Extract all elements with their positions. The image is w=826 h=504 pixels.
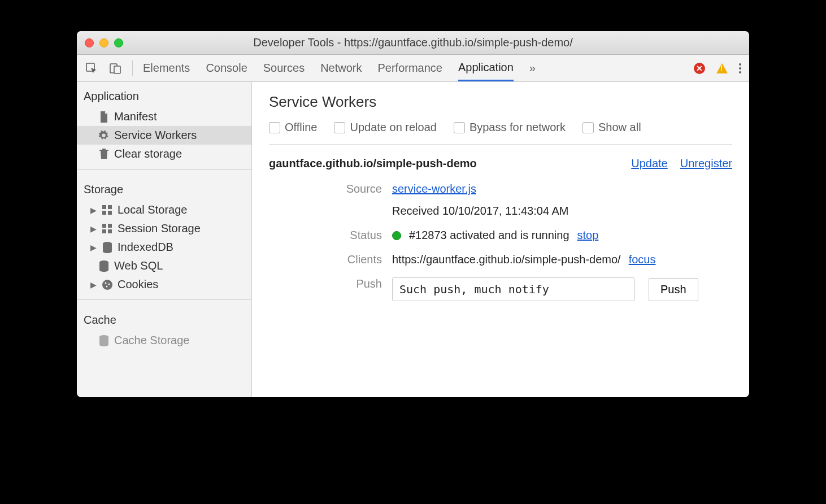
sidebar-group-cache: Cache [77,306,251,331]
svg-rect-3 [102,205,106,209]
svg-rect-5 [102,211,106,215]
sidebar-item-web-sql[interactable]: Web SQL [77,257,251,275]
sw-options-row: Offline Update on reload Bypass for netw… [269,121,732,145]
sidebar-group-application: Application [77,82,251,107]
show-all-checkbox[interactable]: Show all [582,121,641,134]
svg-rect-8 [108,224,112,228]
status-dot-icon [392,231,401,240]
sidebar-separator [77,299,251,300]
sw-scope-row: gauntface.github.io/simple-push-demo Upd… [269,145,732,177]
row-label: Source [269,183,382,195]
sw-source-row: Source service-worker.js Received 10/10/… [269,177,732,223]
sidebar-item-label: Web SQL [114,259,163,272]
inspect-element-icon[interactable] [85,62,98,75]
sidebar-item-session-storage[interactable]: ▶ Session Storage [77,219,251,238]
devtools-window: Developer Tools - https://gauntface.gith… [77,31,749,397]
sw-push-row: Push Push [269,272,732,307]
row-label: Push [269,277,382,290]
service-workers-panel: Service Workers Offline Update on reload… [252,82,749,397]
svg-rect-6 [108,211,112,215]
sidebar-item-label: Service Workers [114,129,197,142]
sw-received-time: Received 10/10/2017, 11:43:04 AM [392,205,568,218]
sw-status-text: #12873 activated and is running [409,229,569,242]
panel-tabs: Elements Console Sources Network Perform… [143,55,536,81]
tab-elements[interactable]: Elements [143,55,190,81]
unregister-link[interactable]: Unregister [680,157,732,170]
grid-icon [102,223,113,234]
settings-menu-button[interactable] [739,63,741,73]
sidebar-item-label: Session Storage [118,222,201,235]
svg-rect-10 [108,229,112,233]
device-toggle-icon[interactable] [108,62,122,75]
svg-rect-7 [102,224,106,228]
panel-body: Application Manifest Service Workers Cle… [77,82,749,397]
push-message-input[interactable] [392,277,635,301]
gear-icon [98,130,110,141]
database-icon [102,242,113,253]
sidebar-item-label: Local Storage [118,203,187,216]
sidebar-item-cache-storage[interactable]: Cache Storage [77,331,251,350]
push-button[interactable]: Push [649,278,698,301]
toolbar-separator [132,60,133,76]
update-link[interactable]: Update [631,157,668,170]
checkbox-icon [269,122,280,133]
tab-performance[interactable]: Performance [378,55,443,81]
sidebar-separator [77,169,251,170]
checkbox-icon [582,122,594,133]
file-icon [98,111,110,123]
application-sidebar: Application Manifest Service Workers Cle… [77,82,252,397]
tab-sources[interactable]: Sources [263,55,305,81]
window-title: Developer Tools - https://gauntface.gith… [77,36,749,49]
sidebar-item-local-storage[interactable]: ▶ Local Storage [77,201,251,219]
update-on-reload-checkbox[interactable]: Update on reload [334,121,436,134]
grid-icon [102,205,113,216]
checkbox-label: Show all [598,121,641,134]
sidebar-item-label: Clear storage [114,147,182,160]
tab-application[interactable]: Application [458,55,514,81]
row-label: Status [269,229,382,242]
checkbox-icon [454,122,465,133]
svg-rect-4 [108,205,112,209]
caret-right-icon: ▶ [90,243,97,252]
sidebar-item-cookies[interactable]: ▶ Cookies [77,275,251,294]
warning-badge-icon[interactable] [716,63,728,73]
sw-clients-row: Clients https://gauntface.github.io/simp… [269,247,732,272]
svg-point-14 [105,282,107,284]
checkbox-label: Offline [285,121,317,134]
sidebar-item-label: Cookies [118,278,158,291]
svg-rect-2 [114,66,120,73]
checkbox-label: Update on reload [350,121,436,134]
database-icon [98,335,110,346]
sidebar-item-clear-storage[interactable]: Clear storage [77,145,251,163]
sw-client-url: https://gauntface.github.io/simple-push-… [392,253,621,266]
trash-icon [98,149,110,160]
offline-checkbox[interactable]: Offline [269,121,317,134]
sw-scope: gauntface.github.io/simple-push-demo [269,157,477,170]
error-badge-icon[interactable]: ✕ [694,63,705,74]
sidebar-item-service-workers[interactable]: Service Workers [77,126,251,145]
svg-point-13 [102,280,112,290]
sidebar-item-manifest[interactable]: Manifest [77,107,251,126]
database-icon [98,260,110,272]
checkbox-icon [334,122,345,133]
sw-source-link[interactable]: service-worker.js [392,183,476,195]
sidebar-group-storage: Storage [77,175,251,201]
caret-right-icon: ▶ [90,206,97,215]
row-label: Clients [269,253,382,266]
bypass-for-network-checkbox[interactable]: Bypass for network [454,121,566,134]
caret-right-icon: ▶ [90,224,97,233]
cookie-icon [102,279,113,290]
titlebar: Developer Tools - https://gauntface.gith… [77,31,749,55]
svg-rect-9 [102,229,106,233]
sidebar-item-label: Manifest [114,110,157,123]
sw-stop-link[interactable]: stop [577,229,599,242]
sidebar-item-indexeddb[interactable]: ▶ IndexedDB [77,238,251,257]
tabs-overflow-button[interactable]: » [529,55,536,81]
checkbox-label: Bypass for network [469,121,566,134]
panel-title: Service Workers [269,93,732,111]
svg-point-16 [106,285,108,287]
sw-focus-link[interactable]: focus [629,253,656,266]
tab-network[interactable]: Network [320,55,362,81]
caret-right-icon: ▶ [90,280,97,289]
tab-console[interactable]: Console [206,55,247,81]
